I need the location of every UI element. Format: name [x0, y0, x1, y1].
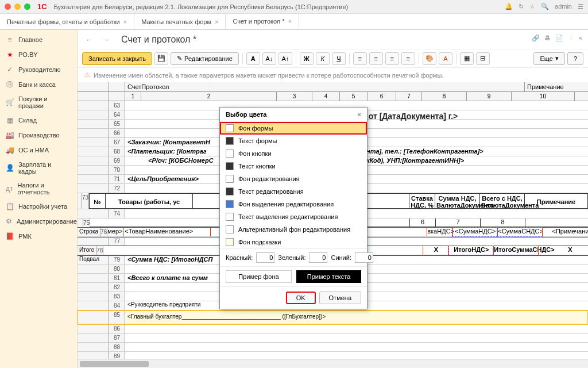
preview-bg: Пример фона [226, 270, 292, 283]
user-label[interactable]: admin [555, 3, 572, 10]
sidebar-item-11[interactable]: ⚙Администрирование [0, 214, 77, 229]
sidebar-item-10[interactable]: 📋Настройки учета [0, 199, 77, 214]
close-icon[interactable]: × [288, 18, 292, 25]
preview-text: Пример текста [296, 270, 361, 283]
tab-bar: Печатные формы, отчеты и обработки× Маке… [0, 14, 588, 30]
app-logo: 1C [37, 2, 47, 11]
link-icon[interactable]: 🔗 [532, 34, 540, 42]
save-close-button[interactable]: Записать и закрыть [82, 52, 152, 65]
tab-1[interactable]: Макеты печатных форм× [134, 14, 226, 29]
sidebar-item-0[interactable]: ≡Главное [0, 32, 77, 47]
green-input[interactable] [309, 252, 327, 263]
underline-button[interactable]: Ч [332, 52, 346, 65]
sidebar-item-4[interactable]: 🛒Покупки и продажи [0, 92, 77, 113]
horizontal-scrollbar[interactable] [78, 359, 588, 368]
bold-button[interactable]: Ж [300, 52, 314, 65]
print-icon[interactable]: 🖶 [544, 34, 551, 42]
sidebar-item-2[interactable]: ✓Руководителю [0, 62, 77, 77]
color-option-5[interactable]: Текст редактирования [220, 185, 367, 198]
align-justify[interactable]: ≡ [401, 52, 415, 65]
sidebar-item-12[interactable]: 📕РМК [0, 229, 77, 244]
sidebar-item-8[interactable]: 👤Зарплата и кадры [0, 158, 77, 178]
col-headers: 1 2 3 4 5 6 7 8 9 10 [78, 92, 588, 101]
color-option-6[interactable]: Фон выделения редактирования [220, 198, 367, 210]
note-label: Примечание [525, 82, 588, 91]
color-option-9[interactable]: Фон подсказки [220, 236, 367, 248]
borders-button[interactable]: ▦ [460, 52, 474, 65]
page-title: Счет и протокол * [121, 34, 196, 45]
more-icon[interactable]: ⋮ [568, 34, 574, 42]
close-icon[interactable]: × [123, 18, 127, 25]
align-right[interactable]: ≡ [385, 52, 399, 65]
section-label: СчетПротокол [125, 82, 525, 91]
color-option-0[interactable]: Фон формы [220, 122, 367, 135]
more-button[interactable]: Еще▾ [533, 52, 564, 65]
forward-button[interactable]: → [99, 34, 113, 45]
close-icon[interactable]: × [358, 111, 361, 118]
blue-input[interactable] [355, 252, 373, 263]
save-button[interactable]: 💾 [154, 52, 168, 65]
color-list[interactable]: Фон формыТекст формыФон кнопкиТекст кноп… [220, 122, 367, 248]
color-picker-modal: Выбор цвета× Фон формыТекст формыФон кно… [219, 107, 368, 309]
sidebar-item-7[interactable]: 🚚ОС и НМА [0, 143, 77, 158]
edit-mode-button[interactable]: ✎Редактирование [171, 52, 239, 65]
text-color-button[interactable]: A [439, 52, 452, 65]
color-option-4[interactable]: Фон редактирования [220, 172, 367, 185]
selected-row[interactable]: 85<Главный бухгалтер____________________… [78, 310, 588, 324]
bg-color-button[interactable]: 🎨 [423, 52, 436, 65]
sheet-row[interactable]: 88 [78, 343, 588, 352]
history-icon[interactable]: ↻ [519, 3, 524, 10]
italic-button[interactable]: К [316, 52, 330, 65]
sidebar-item-6[interactable]: 🏭Производство [0, 128, 77, 143]
sidebar-item-1[interactable]: ★PO.BY [0, 47, 77, 62]
search-icon[interactable]: 🔍 [541, 3, 549, 10]
sheet-row[interactable]: 87 [78, 334, 588, 343]
close-icon[interactable]: × [215, 18, 218, 25]
sheet-row[interactable]: 86 [78, 324, 588, 334]
cancel-button[interactable]: Отмена [319, 292, 361, 304]
close-icon[interactable]: × [579, 34, 582, 42]
color-option-2[interactable]: Фон кнопки [220, 147, 367, 160]
sidebar: ≡Главное★PO.BY✓РуководителюⒷБанк и касса… [0, 30, 78, 368]
align-left[interactable]: ≡ [353, 52, 367, 65]
window-title: Бухгалтерия для Беларуси, редакция 2.1. … [54, 3, 505, 10]
doc-icon[interactable]: 📄 [555, 34, 563, 42]
window-controls[interactable] [5, 3, 30, 10]
color-option-3[interactable]: Текст кнопки [220, 160, 367, 172]
sidebar-item-3[interactable]: ⒷБанк и касса [0, 77, 77, 92]
titlebar: 1C Бухгалтерия для Беларуси, редакция 2.… [0, 0, 588, 14]
ok-button[interactable]: OK [286, 292, 316, 304]
sheet-row[interactable]: 89 [78, 352, 588, 359]
sidebar-item-9[interactable]: дтНалоги и отчетность [0, 178, 77, 199]
star-icon[interactable]: ☆ [529, 3, 535, 10]
back-button[interactable]: ← [82, 34, 96, 45]
warning-icon: ⚠ [84, 71, 90, 79]
red-input[interactable] [256, 252, 274, 263]
font-button[interactable]: A [246, 52, 260, 65]
tab-0[interactable]: Печатные формы, отчеты и обработки× [0, 14, 134, 29]
color-option-7[interactable]: Текст выделения редактирования [220, 210, 367, 223]
font-size-up[interactable]: A↑ [278, 52, 292, 65]
merge-button[interactable]: ⊟ [476, 52, 490, 65]
bell-icon[interactable]: 🔔 [505, 3, 513, 10]
tab-2[interactable]: Счет и протокол *× [226, 14, 299, 29]
font-size-down[interactable]: A↓ [262, 52, 276, 65]
sidebar-item-5[interactable]: ▦Склад [0, 113, 77, 128]
warning-bar: ⚠ Изменение имен областей, а также парам… [78, 68, 588, 82]
align-center[interactable]: ≡ [369, 52, 383, 65]
color-option-8[interactable]: Альтернативный фон редактирования [220, 223, 367, 236]
modal-title: Выбор цвета [226, 111, 266, 118]
menu-icon[interactable]: ☰ [578, 3, 583, 10]
color-option-1[interactable]: Текст формы [220, 135, 367, 147]
help-button[interactable]: ? [567, 52, 583, 65]
